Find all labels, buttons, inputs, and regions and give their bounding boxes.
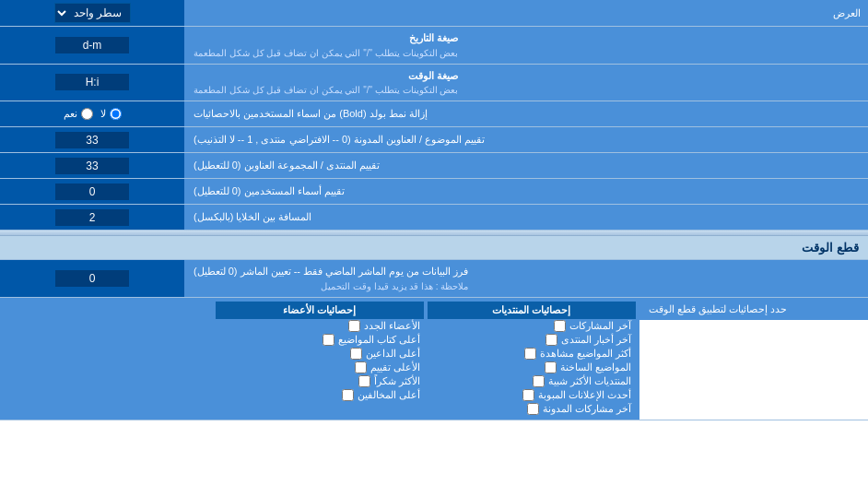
cb-col2-2[interactable]: [350, 348, 362, 360]
time-format-label: صيغة الوقت بعض التكوينات يتطلب "/" التي …: [184, 65, 868, 101]
radio-yes-label: نعم: [64, 108, 77, 120]
top-row: العرض سطر واحد سطرين ثلاثة أسطر: [0, 0, 868, 27]
user-names-label: تقييم أسماء المستخدمين (0 للتعطيل): [184, 179, 868, 204]
checkboxes-grid-container: إحصائيات المنتديات آخر المشاركات آخر أخب…: [4, 302, 636, 416]
col1-header: إحصائيات المنتديات: [428, 302, 636, 319]
date-format-row: صيغة التاريخ بعض التكوينات يتطلب "/" الت…: [0, 27, 868, 65]
cb-col1-6-label: آخر مشاركات المدونة: [543, 403, 631, 415]
stats-limit-row: حدد إحصائيات لتطبيق قطع الوقت إحصائيات ا…: [0, 298, 868, 420]
date-format-sublabel: بعض التكوينات يتطلب "/" التي يمكن ان تضا…: [194, 46, 458, 60]
cb-col1-3-label: المواضيع الساخنة: [560, 361, 631, 373]
cb-col2-4[interactable]: [358, 375, 370, 387]
col3-empty: [4, 302, 212, 416]
cell-space-row: المسافة بين الخلايا (بالبكسل): [0, 205, 868, 231]
radio-no[interactable]: [110, 108, 122, 120]
radio-no-option[interactable]: لا: [100, 108, 122, 120]
list-item: أعلى كتاب المواضيع: [216, 333, 424, 347]
bold-remove-label: إزالة نمط بولد (Bold) من اسماء المستخدمي…: [184, 101, 868, 126]
date-format-input-wrap: [0, 27, 184, 64]
list-item: أكثر المواضيع مشاهدة: [428, 347, 636, 361]
stats-limit-checkboxes: إحصائيات المنتديات آخر المشاركات آخر أخب…: [0, 298, 639, 420]
cb-col1-0[interactable]: [554, 320, 566, 332]
list-item: أعلى المخالفين: [216, 388, 424, 402]
filter-days-input-wrap: [0, 260, 184, 297]
cb-col2-5-label: أعلى المخالفين: [358, 389, 420, 401]
cb-col2-1[interactable]: [323, 334, 334, 346]
cb-col2-3-label: الأعلى تقييم: [370, 361, 420, 373]
date-format-input[interactable]: [55, 37, 129, 53]
forum-order-input-wrap: [0, 153, 184, 178]
forum-order-title: تقييم المنتدى / المجموعة العناوين (0 للت…: [194, 158, 380, 173]
time-format-input-wrap: [0, 65, 184, 101]
cb-col2-2-label: أعلى الداعين: [366, 348, 420, 360]
cb-col1-4[interactable]: [533, 375, 545, 387]
cb-col2-1-label: أعلى كتاب المواضيع: [338, 334, 420, 346]
radio-no-label: لا: [100, 108, 106, 120]
list-item: المواضيع الساخنة: [428, 361, 636, 374]
user-names-row: تقييم أسماء المستخدمين (0 للتعطيل): [0, 179, 868, 205]
time-format-input[interactable]: [55, 74, 129, 90]
time-format-title: صيغة الوقت: [194, 68, 458, 84]
time-format-sublabel: بعض التكوينات يتطلب "/" التي يمكن ان تضا…: [194, 83, 458, 97]
cb-col1-0-label: آخر المشاركات: [569, 320, 631, 332]
stats-limit-label: حدد إحصائيات لتطبيق قطع الوقت: [639, 298, 869, 321]
list-item: أعلى الداعين: [216, 347, 424, 361]
col2-header-label: إحصائيات الأعضاء: [283, 304, 356, 315]
topic-order-title: تقييم الموضوع / العناوين المدونة (0 -- ا…: [194, 132, 485, 148]
display-select[interactable]: سطر واحد سطرين ثلاثة أسطر: [54, 3, 131, 23]
user-names-title: تقييم أسماء المستخدمين (0 للتعطيل): [194, 183, 345, 199]
cell-space-title: المسافة بين الخلايا (بالبكسل): [194, 209, 312, 225]
date-format-label: صيغة التاريخ بعض التكوينات يتطلب "/" الت…: [184, 27, 868, 64]
cell-space-label: المسافة بين الخلايا (بالبكسل): [184, 205, 868, 230]
filter-days-input[interactable]: [55, 270, 129, 287]
topic-order-input-wrap: [0, 127, 184, 152]
user-names-input-wrap: [0, 179, 184, 204]
topic-order-input[interactable]: [55, 132, 129, 148]
cb-col1-1-label: آخر أخبار المنتدى: [561, 334, 631, 346]
filter-days-label: فرز البيانات من يوم الماشر الماضي فقط --…: [184, 260, 868, 297]
list-item: الأعلى تقييم: [216, 361, 424, 374]
stats-limit-title: حدد إحصائيات لتطبيق قطع الوقت: [649, 302, 787, 317]
cb-col2-0[interactable]: [348, 320, 360, 332]
list-item: أحدث الإعلانات المبوبة: [428, 388, 636, 402]
list-item: المنتديات الأكثر شبية: [428, 374, 636, 388]
list-item: الأعضاء الجدد: [216, 319, 424, 333]
cb-col1-4-label: المنتديات الأكثر شبية: [548, 375, 631, 387]
forum-order-row: تقييم المنتدى / المجموعة العناوين (0 للت…: [0, 153, 868, 179]
page-title: العرض: [833, 7, 861, 18]
bold-remove-title: إزالة نمط بولد (Bold) من اسماء المستخدمي…: [194, 106, 428, 122]
topic-order-label: تقييم الموضوع / العناوين المدونة (0 -- ا…: [184, 127, 868, 152]
col2-header: إحصائيات الأعضاء: [216, 302, 424, 319]
cb-col1-2[interactable]: [524, 348, 536, 360]
section-time-label: قطع الوقت: [802, 241, 859, 254]
cb-col2-5[interactable]: [342, 389, 354, 401]
cell-space-input[interactable]: [55, 209, 129, 226]
cb-col2-3[interactable]: [355, 361, 367, 373]
cb-col2-4-label: الأكثر شكراً: [374, 375, 420, 387]
filter-days-title: فرز البيانات من يوم الماشر الماضي فقط --…: [194, 264, 468, 279]
cb-col1-2-label: أكثر المواضيع مشاهدة: [540, 348, 631, 360]
user-names-input[interactable]: [55, 183, 129, 200]
main-container: العرض سطر واحد سطرين ثلاثة أسطر صيغة الت…: [0, 0, 868, 420]
list-item: الأكثر شكراً: [216, 374, 424, 388]
radio-yes[interactable]: [81, 108, 93, 120]
section-time-header: قطع الوقت: [0, 236, 868, 260]
top-row-control: سطر واحد سطرين ثلاثة أسطر: [0, 0, 184, 26]
cb-col2-0-label: الأعضاء الجدد: [364, 320, 420, 332]
cb-col1-5[interactable]: [522, 389, 534, 401]
list-item: آخر المشاركات: [428, 319, 636, 333]
filter-days-sublabel: ملاحظة : هذا قد يزيد قيدا وقت التحميل: [194, 279, 468, 293]
bold-remove-control: نعم لا: [0, 101, 184, 126]
list-item: آخر مشاركات المدونة: [428, 402, 636, 416]
cell-space-input-wrap: [0, 205, 184, 230]
filter-days-row: فرز البيانات من يوم الماشر الماضي فقط --…: [0, 260, 868, 298]
forum-order-input[interactable]: [55, 158, 129, 174]
col2-checkboxes: إحصائيات الأعضاء الأعضاء الجدد أعلى كتاب…: [216, 302, 424, 416]
top-row-label: العرض: [184, 4, 868, 23]
col1-header-label: إحصائيات المنتديات: [492, 304, 570, 315]
cb-col1-3[interactable]: [545, 361, 557, 373]
list-item: آخر أخبار المنتدى: [428, 333, 636, 347]
radio-yes-option[interactable]: نعم: [64, 108, 93, 120]
cb-col1-1[interactable]: [545, 334, 557, 346]
cb-col1-6[interactable]: [527, 403, 539, 415]
